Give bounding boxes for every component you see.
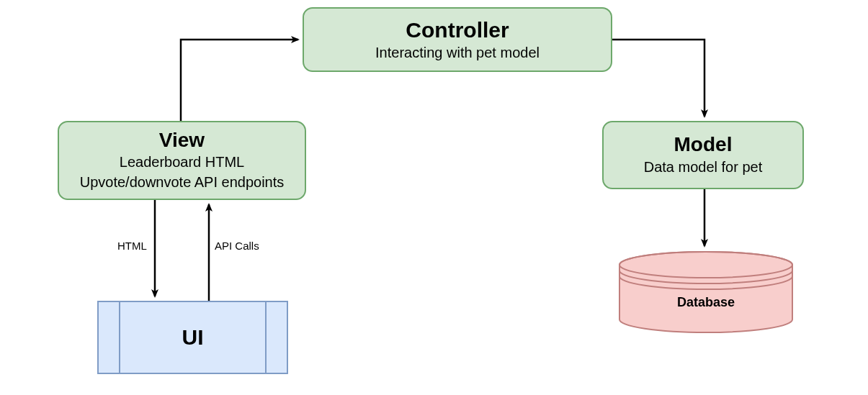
ui-label: UI [182, 325, 204, 350]
view-node: View Leaderboard HTML Upvote/downvote AP… [58, 121, 306, 200]
view-subtitle-line1: Leaderboard HTML [120, 153, 244, 171]
controller-subtitle: Interacting with pet model [375, 43, 540, 62]
database-node: Database [616, 249, 796, 335]
view-title: View [159, 130, 205, 152]
model-title: Model [674, 134, 733, 156]
arrow-view-to-controller [181, 40, 298, 121]
controller-title: Controller [406, 18, 509, 42]
edge-label-api-calls: API Calls [215, 240, 259, 252]
controller-node: Controller Interacting with pet model [303, 7, 612, 72]
model-node: Model Data model for pet [602, 121, 804, 189]
model-subtitle: Data model for pet [644, 158, 763, 176]
database-label: Database [616, 295, 796, 310]
view-subtitle-line2: Upvote/downvote API endpoints [80, 173, 285, 191]
ui-divider-right [265, 302, 267, 373]
edge-label-html: HTML [117, 240, 147, 252]
arrow-controller-to-model [612, 40, 704, 117]
ui-node: UI [97, 301, 288, 374]
database-icon [616, 249, 796, 335]
ui-divider-left [119, 302, 120, 373]
